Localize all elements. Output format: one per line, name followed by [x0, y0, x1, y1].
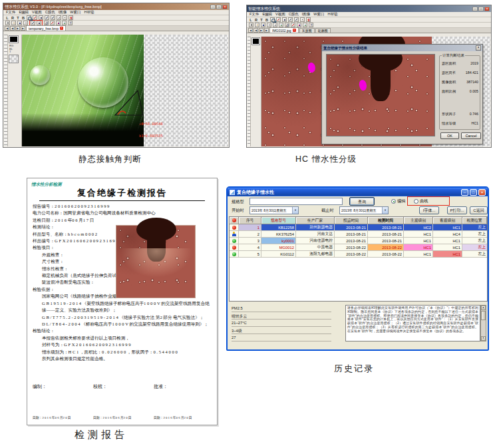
maximize-icon[interactable]: □: [470, 189, 477, 196]
print-icon[interactable]: [267, 23, 271, 27]
lightning-icon[interactable]: ↯: [69, 15, 73, 20]
start-date-picker[interactable]: 2013年 8月30日星期五 ▼: [249, 206, 299, 214]
end-date-picker[interactable]: 2013年 8月30日星期五 ▼: [339, 206, 389, 214]
menu-help[interactable]: H帮助: [327, 12, 337, 17]
col-header[interactable]: 主观级别: [404, 217, 433, 224]
cursor-icon[interactable]: [51, 15, 55, 20]
open-file-icon[interactable]: [11, 21, 16, 25]
tool-letter-top[interactable]: T: [16, 16, 20, 20]
tool-letter-bottom[interactable]: B: [21, 16, 25, 20]
tab-next-icon[interactable]: ▶: [259, 28, 263, 33]
history-titlebar[interactable]: 复合绝缘子憎水性 ─ □ ×: [228, 188, 488, 196]
zoom-icon[interactable]: [27, 15, 31, 20]
target-icon[interactable]: [63, 15, 67, 20]
maximize-icon[interactable]: □: [216, 5, 222, 9]
tab-last-icon[interactable]: ▶: [264, 28, 269, 33]
close-icon[interactable]: ×: [478, 189, 486, 196]
menu-window[interactable]: W窗口: [70, 10, 81, 15]
table-row[interactable]: 5 KG0112 洛阳九都电器 2013-08-22 2013-08-22 HC…: [230, 251, 487, 258]
pen-icon[interactable]: [276, 17, 281, 22]
dropdown-icon[interactable]: ▼: [292, 207, 298, 214]
menu-view[interactable]: V视图: [275, 12, 285, 17]
image-icon[interactable]: [62, 21, 67, 25]
help-icon[interactable]: ?: [68, 21, 73, 25]
close-icon[interactable]: ×: [484, 7, 490, 11]
rect-select-icon[interactable]: [39, 15, 43, 20]
angle-measure-icon[interactable]: [31, 21, 35, 25]
minimize-icon[interactable]: ─: [210, 5, 216, 9]
color-swatch-black[interactable]: [252, 38, 259, 45]
edit-radio[interactable]: 编辑: [391, 198, 405, 204]
minimize-icon[interactable]: ─: [472, 7, 478, 11]
tab-temporary-free[interactable]: temporary_free.bmp ×: [26, 25, 66, 31]
color-swatch-black[interactable]: [9, 36, 18, 43]
col-header[interactable]: 生产厂家: [296, 217, 335, 224]
pen2-icon[interactable]: [50, 21, 55, 25]
tool-letter-left[interactable]: L: [249, 18, 253, 22]
tab-close-icon[interactable]: ×: [60, 27, 63, 30]
print-icon[interactable]: [23, 21, 28, 25]
win1-titlebar[interactable]: 憎水性仪系统 V3.0 - [F:\Hydrop\res\bmp\org_fre…: [3, 3, 229, 10]
grid-icon[interactable]: [273, 23, 277, 27]
tool-letter-right[interactable]: R: [254, 18, 258, 22]
back-button[interactable]: C返回: [470, 206, 488, 214]
table-row[interactable]: 3 ky0001 河南佳源电控 2013-08-21 2013-08-21 HC…: [230, 238, 487, 244]
tool-letter-bottom[interactable]: B: [265, 18, 269, 22]
col-header[interactable]: 规格型号: [261, 217, 296, 224]
win2-titlebar[interactable]: 智能憎水性仪系统 ─ □ ×: [247, 5, 491, 12]
table-row[interactable]: 4 MG0012 中原电器 2013-08-22 2013-08-22 HC1 …: [230, 244, 487, 251]
pen-icon[interactable]: [33, 15, 37, 20]
menu-file[interactable]: F文件: [249, 12, 259, 17]
menu-file[interactable]: F文件: [6, 10, 15, 15]
scrollbar-thumb[interactable]: [481, 311, 486, 320]
model-input[interactable]: [249, 198, 343, 205]
menu-image[interactable]: I图像: [302, 12, 311, 17]
menu-edit[interactable]: E编辑: [262, 12, 272, 17]
font-button[interactable]: I字体...: [419, 206, 439, 214]
dialog-close-icon[interactable]: ×: [476, 45, 481, 51]
pen2-icon[interactable]: [291, 23, 295, 27]
maximize-icon[interactable]: □: [478, 7, 484, 11]
menu-color[interactable]: C颜色: [289, 12, 299, 17]
table-row[interactable]: 1 KB12258 郑州新源电器 2013-08-21 2013-08-21 H…: [230, 224, 487, 231]
new-file-icon[interactable]: [249, 23, 253, 27]
menu-image[interactable]: I图像: [59, 10, 67, 15]
tab-first-icon[interactable]: ◀: [248, 28, 253, 33]
tab-first-icon[interactable]: ◀: [5, 26, 9, 31]
cursor-icon[interactable]: [294, 17, 299, 22]
image-icon[interactable]: [303, 23, 307, 27]
tab-prev-icon[interactable]: ◀: [10, 26, 15, 31]
tab-last-icon[interactable]: ▶: [21, 26, 25, 31]
dialog-titlebar[interactable]: 复合绝缘子憎水性分级结果 ×: [322, 45, 482, 51]
tab-close-icon[interactable]: ×: [293, 29, 296, 32]
menu-help[interactable]: H帮助: [84, 10, 94, 15]
menu-view[interactable]: V视图: [32, 10, 42, 15]
cancel-button[interactable]: Cancel: [461, 132, 481, 139]
save-icon[interactable]: [261, 23, 265, 27]
col-header[interactable]: 投运时间: [335, 217, 368, 224]
minimize-icon[interactable]: ─: [461, 189, 468, 196]
angle-region-icon[interactable]: [37, 21, 41, 25]
print-button[interactable]: P打印...: [447, 206, 467, 214]
tab-img0102[interactable]: IMG0102.jpg ×: [269, 27, 299, 33]
line-tool-icon[interactable]: [288, 17, 293, 22]
forbid-icon[interactable]: ⊘: [285, 23, 289, 27]
palette-icon[interactable]: [297, 23, 301, 27]
scroll-down-icon[interactable]: ▼: [481, 336, 486, 341]
license-scrollbar[interactable]: ▲ ▼: [480, 305, 486, 341]
close-icon[interactable]: ×: [222, 5, 228, 9]
scroll-up-icon[interactable]: ▲: [481, 306, 486, 310]
palette-icon[interactable]: [56, 21, 61, 25]
menu-window[interactable]: W窗口: [313, 12, 324, 17]
target-icon[interactable]: [300, 17, 305, 22]
menu-color[interactable]: C颜色: [45, 10, 55, 15]
tab-contour[interactable]: 轮廓图: [315, 28, 331, 33]
tab-gray[interactable]: 灰度图: [299, 28, 315, 33]
ok-button[interactable]: OK: [440, 132, 459, 139]
new-file-icon[interactable]: [5, 21, 10, 25]
col-header[interactable]: 序号: [239, 217, 261, 224]
tab-prev-icon[interactable]: ◀: [253, 28, 258, 33]
forbid-icon[interactable]: ⊘: [44, 21, 49, 25]
help-icon[interactable]: ?: [309, 23, 313, 27]
menu-edit[interactable]: E编辑: [19, 10, 29, 15]
